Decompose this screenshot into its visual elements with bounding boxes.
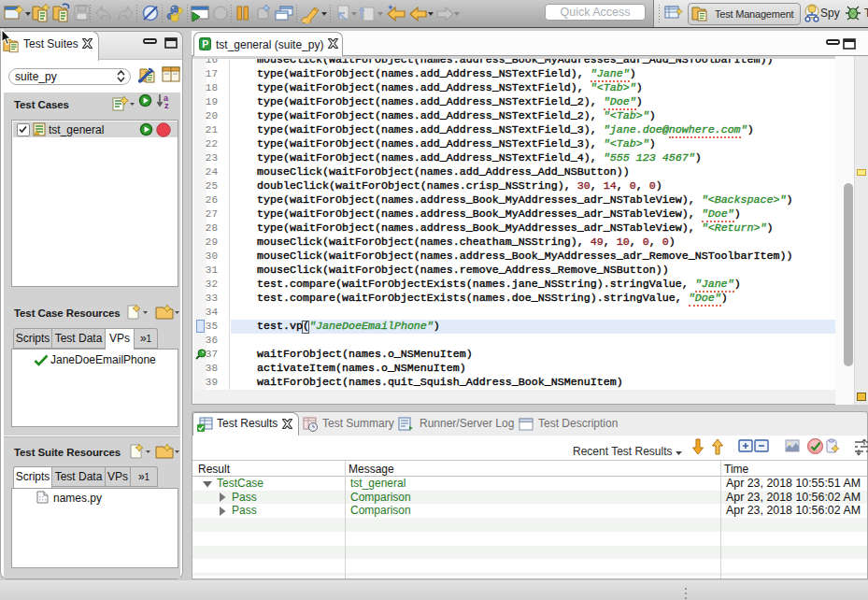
svg-text:z: z <box>164 101 169 109</box>
svg-text:P: P <box>202 38 208 50</box>
